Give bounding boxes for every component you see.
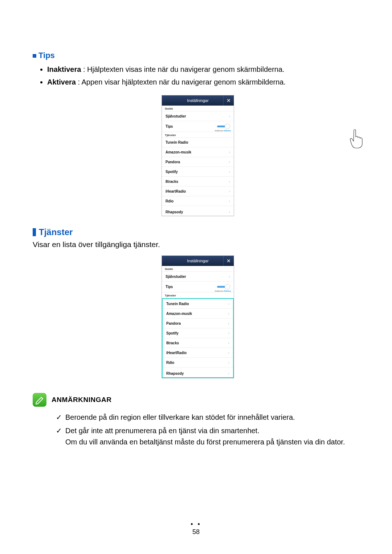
chevron-right-icon: › xyxy=(229,150,230,154)
row-label: Tunein Radio xyxy=(166,140,188,144)
notes-item: Beroende på din region eller tillverkare… xyxy=(56,412,363,423)
row-8tracks[interactable]: 8tracks› xyxy=(162,177,234,186)
phone-header: Inställningar ✕ xyxy=(162,95,234,106)
row-label: Rdio xyxy=(166,361,174,365)
chevron-right-icon: › xyxy=(228,311,229,316)
notes-item-text: Beroende på din region eller tillverkare… xyxy=(65,413,295,421)
chevron-right-icon: › xyxy=(229,160,230,164)
row-8tracks[interactable]: 8tracks› xyxy=(163,338,233,348)
row-self-study[interactable]: Självstudier › xyxy=(162,272,234,282)
row-label: Självstudier xyxy=(166,275,186,279)
row-label: Tips xyxy=(166,285,173,289)
phone-screenshot-services: Inställningar ✕ Guide Självstudier › Tip… xyxy=(162,255,234,378)
tips-heading-text: Tips xyxy=(38,51,55,60)
row-tips[interactable]: Tips Inaktivera Aktivera xyxy=(162,282,234,292)
row-label: iHeartRadio xyxy=(166,351,187,355)
notes-item-sub: Om du vill använda en betaltjänst måste … xyxy=(65,436,363,448)
services-highlight-box: Tunein Radio› Amazon-musik› Pandora› Spo… xyxy=(162,298,234,378)
tips-item-rest: : Appen visar hjälptexten när du naviger… xyxy=(76,78,286,86)
chevron-right-icon: › xyxy=(228,350,229,355)
notes-item-text: Det går inte att prenumerera på en tjäns… xyxy=(65,427,260,435)
row-iheart[interactable]: iHeartRadio› xyxy=(162,186,234,196)
row-tips[interactable]: Tips Inaktivera Aktivera xyxy=(162,121,234,132)
toggle-labels: Inaktivera Aktivera xyxy=(215,290,231,292)
notes-list: Beroende på din region eller tillverkare… xyxy=(56,412,363,448)
tips-item-bold: Inaktivera xyxy=(47,65,81,73)
services-description: Visar en lista över tillgängliga tjänste… xyxy=(33,240,363,249)
chevron-right-icon: › xyxy=(229,114,230,118)
row-label: Pandora xyxy=(166,160,180,164)
services-heading-text: Tjänster xyxy=(39,227,73,237)
row-label: 8tracks xyxy=(166,180,178,184)
page-number: • • 58 xyxy=(0,521,392,536)
tips-item-bold: Aktivera xyxy=(47,78,76,86)
phone-screenshot-tips: Inställningar ✕ Guide Självstudier › Tip… xyxy=(162,95,234,216)
row-label: Tunein Radio xyxy=(166,302,189,306)
tips-item-aktivera: Aktivera : Appen visar hjälptexten när d… xyxy=(47,77,363,88)
pencil-note-icon xyxy=(33,393,46,407)
chevron-right-icon: › xyxy=(228,341,229,345)
row-self-study[interactable]: Självstudier › xyxy=(162,111,234,121)
phone-header: Inställningar ✕ xyxy=(162,256,234,266)
row-spotify[interactable]: Spotify› xyxy=(163,328,233,338)
row-rhapsody[interactable]: Rhapsody› xyxy=(163,368,233,377)
toggle-thumb xyxy=(225,124,230,129)
toggle-thumb xyxy=(225,284,230,290)
pointing-hand-icon xyxy=(348,128,367,149)
row-label: 8tracks xyxy=(166,341,179,345)
section-label-services: Tjänster xyxy=(162,132,234,138)
page-dots: • • xyxy=(0,521,392,528)
row-label: Rdio xyxy=(166,199,173,203)
row-label: Rhapsody xyxy=(166,372,184,376)
chevron-right-icon: › xyxy=(229,189,230,193)
page-num: 58 xyxy=(0,528,392,536)
row-label: Tips xyxy=(166,124,173,128)
services-heading: Tjänster xyxy=(33,227,363,237)
notes-block: ANMÄRKNINGAR xyxy=(33,393,363,407)
row-tunein[interactable]: Tunein Radio› xyxy=(163,299,233,309)
chevron-right-icon: › xyxy=(228,371,229,376)
bullet-square-icon xyxy=(33,54,36,58)
chevron-right-icon: › xyxy=(229,210,230,214)
chevron-right-icon: › xyxy=(228,360,229,365)
tips-item-inaktivera: Inaktivera : Hjälptexten visas inte när … xyxy=(47,64,363,75)
section-label-services: Tjänster xyxy=(162,292,234,298)
chevron-right-icon: › xyxy=(228,321,229,325)
tips-heading: Tips xyxy=(33,51,363,60)
chevron-right-icon: › xyxy=(228,301,229,306)
row-amazon[interactable]: Amazon-musik› xyxy=(162,147,234,157)
row-iheart[interactable]: iHeartRadio› xyxy=(163,348,233,358)
row-label: Amazon-musik xyxy=(166,150,191,154)
row-label: Amazon-musik xyxy=(166,312,192,316)
chevron-right-icon: › xyxy=(229,274,230,279)
notes-heading: ANMÄRKNINGAR xyxy=(52,396,111,404)
close-icon[interactable]: ✕ xyxy=(223,95,234,106)
chevron-right-icon: › xyxy=(228,331,229,335)
row-rdio[interactable]: Rdio› xyxy=(163,358,233,368)
row-label: Spotify xyxy=(166,170,178,174)
row-pandora[interactable]: Pandora› xyxy=(162,157,234,167)
chevron-right-icon: › xyxy=(229,199,230,203)
row-rhapsody[interactable]: Rhapsody› xyxy=(162,206,234,216)
tips-list: Inaktivera : Hjälptexten visas inte när … xyxy=(47,64,363,88)
row-label: Pandora xyxy=(166,321,181,325)
row-pandora[interactable]: Pandora› xyxy=(163,319,233,328)
section-label-guide: Guide xyxy=(162,106,234,111)
row-label: Rhapsody xyxy=(166,210,183,214)
tips-toggle[interactable]: Inaktivera Aktivera xyxy=(217,284,230,290)
notes-item: Det går inte att prenumerera på en tjäns… xyxy=(56,425,363,448)
row-spotify[interactable]: Spotify› xyxy=(162,167,234,177)
row-tunein[interactable]: Tunein Radio xyxy=(162,138,234,147)
chevron-right-icon: › xyxy=(229,179,230,184)
row-rdio[interactable]: Rdio› xyxy=(162,196,234,206)
row-label: iHeartRadio xyxy=(166,189,186,193)
heading-bar-icon xyxy=(33,228,36,236)
row-label: Spotify xyxy=(166,331,179,335)
chevron-right-icon: › xyxy=(229,169,230,174)
toggle-labels: Inaktivera Aktivera xyxy=(215,130,231,132)
row-label: Självstudier xyxy=(166,114,186,118)
tips-toggle[interactable]: Inaktivera Aktivera xyxy=(217,124,230,129)
tips-item-rest: : Hjälptexten visas inte när du navigera… xyxy=(81,65,284,73)
close-icon[interactable]: ✕ xyxy=(223,256,234,266)
row-amazon[interactable]: Amazon-musik› xyxy=(163,309,233,319)
